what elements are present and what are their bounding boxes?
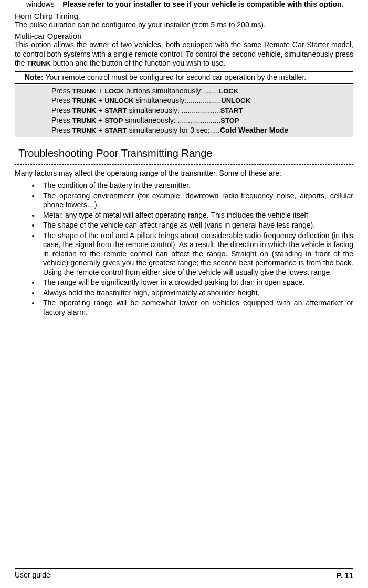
combo-press: Press [51, 96, 72, 104]
combo-press: Press [51, 87, 72, 95]
note-box: Note: Your remote control must be config… [15, 71, 353, 84]
note-text: Your remote control must be configured f… [44, 73, 306, 81]
combo-plus: + [96, 126, 104, 134]
horn-chirp-text: The pulse duration can be configured by … [15, 20, 353, 30]
combo-press: Press [51, 116, 72, 124]
combo-row: Press TRUNK + LOCK buttons simultaneousl… [51, 86, 349, 96]
combo-result: UNLOCK [221, 97, 250, 104]
troubleshoot-section: Troubleshooting Poor Transmitting Range [15, 147, 353, 165]
multicar-trunk-word: TRUNK [27, 59, 51, 67]
footer: User guide P. 11 [15, 568, 353, 580]
combo-trunk: TRUNK [72, 97, 97, 104]
footer-left: User guide [15, 571, 50, 580]
list-item: Metal: any type of metal will affect ope… [40, 211, 353, 220]
troubleshoot-heading: Troubleshooting Poor Transmitting Range [18, 147, 350, 161]
combo-trunk: TRUNK [72, 106, 97, 114]
combo-result: LOCK [219, 87, 238, 95]
combo-trunk: TRUNK [72, 87, 97, 95]
multicar-text-b: button and the button of the function yo… [51, 59, 225, 67]
combo-plus: + [96, 106, 104, 114]
note-label: Note: [25, 73, 44, 81]
list-item: The condition of the battery in the tran… [40, 181, 353, 190]
combo-plus: + [96, 96, 104, 104]
combo-trunk: TRUNK [72, 116, 97, 124]
combo-btn: STOP [104, 116, 123, 124]
button-combo-box: Press TRUNK + LOCK buttons simultaneousl… [15, 85, 353, 137]
combo-result: START [220, 106, 243, 114]
combo-mid: buttons simultaneously: ....... [124, 87, 219, 95]
intro-option-line: windows – Please refer to your installer… [15, 0, 353, 9]
combo-mid: simultaneously: ................... [127, 106, 220, 114]
multicar-text: This option allows the owner of two vehi… [15, 40, 353, 68]
troubleshoot-list: The condition of the battery in the tran… [15, 181, 353, 317]
combo-btn: START [104, 126, 127, 134]
combo-plus: + [96, 116, 104, 124]
combo-press: Press [51, 106, 72, 114]
troubleshoot-intro: Many factors may affect the operating ra… [15, 169, 353, 178]
combo-plus: + [96, 87, 104, 95]
list-item: The operating range will be somewhat low… [40, 298, 353, 317]
list-item: The operating environment (for example: … [40, 191, 353, 210]
combo-mid: simultaneously: ..................... [123, 116, 220, 124]
combo-row: Press TRUNK + UNLOCK simultaneously:....… [51, 95, 349, 105]
combo-press: Press [51, 126, 72, 134]
combo-trunk: TRUNK [72, 126, 97, 134]
combo-mid: simultaneously:................. [134, 96, 222, 104]
horn-chirp-heading: Horn Chirp Timing [15, 12, 353, 20]
list-item: The shape of the roof and A-pillars brin… [40, 231, 353, 277]
combo-row: Press TRUNK + STOP simultaneously: .....… [51, 115, 349, 125]
list-item: Always hold the transmitter high, approx… [40, 288, 353, 298]
combo-result: Cold Weather Mode [220, 126, 288, 134]
combo-btn: UNLOCK [104, 97, 134, 104]
footer-page-number: P. 11 [336, 571, 353, 580]
list-item: The range will be significantly lower in… [40, 278, 353, 287]
combo-btn: LOCK [104, 87, 124, 95]
multicar-heading: Multi-car Operation [15, 31, 353, 40]
combo-row: Press TRUNK + START simultaneously for 3… [51, 125, 349, 135]
page: windows – Please refer to your installer… [0, 0, 368, 588]
combo-btn: START [104, 106, 127, 114]
intro-windows-pre: windows – [26, 0, 62, 8]
combo-row: Press TRUNK + START simultaneously: ....… [51, 105, 349, 115]
combo-mid: simultaneously for 3 sec:..... [127, 126, 220, 134]
combo-result: STOP [220, 116, 239, 124]
list-item: The shape of the vehicle can affect rang… [40, 221, 353, 230]
intro-windows-bold: Please refer to your installer to see if… [62, 0, 343, 8]
